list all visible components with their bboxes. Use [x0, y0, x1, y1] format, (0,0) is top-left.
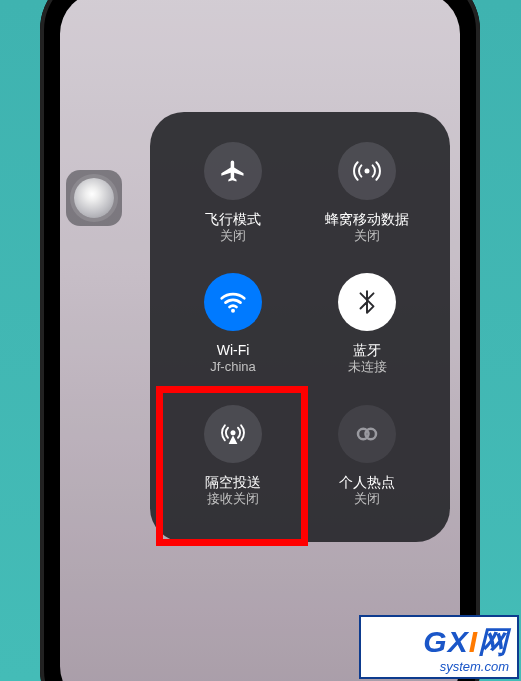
wifi-label: Wi-Fi — [217, 341, 250, 359]
control-center-connectivity-card: 飞行模式 关闭 蜂窝移动数据 关闭 — [150, 112, 450, 542]
watermark-brand: GXI网 — [423, 622, 509, 663]
airplane-mode-icon — [204, 142, 262, 200]
watermark-url: system.com — [440, 659, 509, 674]
wifi-status: Jf-china — [210, 359, 256, 375]
wifi-tile[interactable]: Wi-Fi Jf-china — [168, 267, 298, 390]
airdrop-label: 隔空投送 — [205, 473, 261, 491]
cellular-label: 蜂窝移动数据 — [325, 210, 409, 228]
cellular-status: 关闭 — [354, 228, 380, 244]
svg-point-1 — [231, 309, 235, 313]
watermark-logo: GXI网 system.com — [359, 615, 519, 679]
svg-point-2 — [231, 430, 236, 435]
bluetooth-status: 未连接 — [348, 359, 387, 375]
bluetooth-label: 蓝牙 — [353, 341, 381, 359]
bluetooth-tile[interactable]: 蓝牙 未连接 — [302, 267, 432, 390]
hotspot-icon — [338, 405, 396, 463]
airplane-mode-tile[interactable]: 飞行模式 关闭 — [168, 136, 298, 259]
hotspot-tile[interactable]: 个人热点 关闭 — [302, 399, 432, 522]
bluetooth-icon — [338, 273, 396, 331]
svg-point-4 — [366, 428, 377, 439]
cellular-tile[interactable]: 蜂窝移动数据 关闭 — [302, 136, 432, 259]
airdrop-icon — [204, 405, 262, 463]
wifi-icon — [204, 273, 262, 331]
cellular-icon — [338, 142, 396, 200]
assistive-touch-icon — [74, 178, 114, 218]
airplane-mode-label: 飞行模式 — [205, 210, 261, 228]
assistive-touch-button[interactable] — [66, 170, 122, 226]
svg-point-0 — [365, 169, 370, 174]
phone-body: 飞行模式 关闭 蜂窝移动数据 关闭 — [40, 0, 480, 681]
airdrop-status: 接收关闭 — [207, 491, 259, 507]
phone-screen: 飞行模式 关闭 蜂窝移动数据 关闭 — [60, 0, 460, 681]
hotspot-status: 关闭 — [354, 491, 380, 507]
hotspot-label: 个人热点 — [339, 473, 395, 491]
airplane-mode-status: 关闭 — [220, 228, 246, 244]
airdrop-tile[interactable]: 隔空投送 接收关闭 — [168, 399, 298, 522]
screenshot-stage: 飞行模式 关闭 蜂窝移动数据 关闭 — [0, 0, 521, 681]
